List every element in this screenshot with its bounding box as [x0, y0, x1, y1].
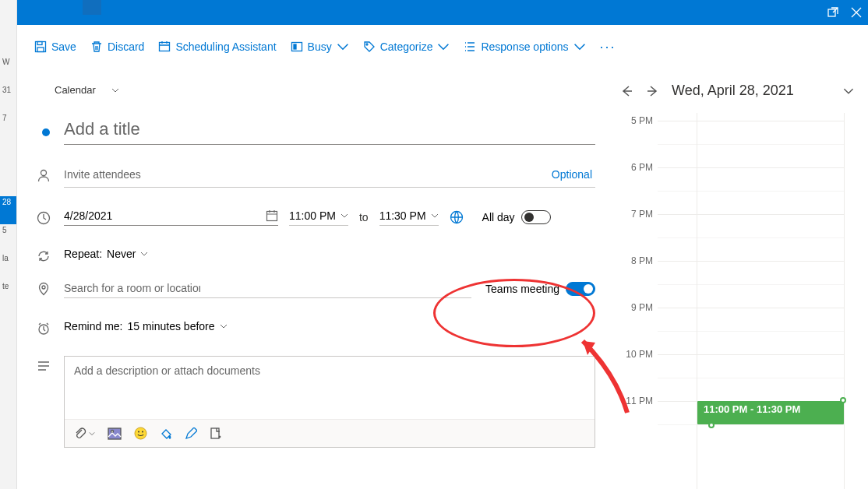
remind-value: 15 minutes before [127, 320, 214, 332]
description-input[interactable] [65, 357, 595, 419]
repeat-dropdown[interactable]: Repeat: Never [64, 246, 595, 262]
format-painter-button[interactable] [160, 427, 172, 440]
clock-icon [37, 211, 51, 225]
day-timeline-panel: Wed, April 28, 2021 5 PM 6 PM 7 PM 8 PM … [619, 69, 868, 489]
hour-label: 9 PM [619, 302, 653, 313]
chevron-down-icon [89, 431, 95, 437]
svg-rect-10 [267, 212, 277, 221]
end-time-value: 11:30 PM [379, 209, 426, 222]
svg-rect-0 [828, 9, 835, 16]
list-icon [464, 40, 476, 53]
image-icon [108, 427, 122, 440]
scheduling-label: Scheduling Assistant [175, 40, 276, 53]
timeline-grid[interactable]: 5 PM 6 PM 7 PM 8 PM 9 PM 10 PM 11 PM 11:… [619, 113, 854, 489]
chevron-down-icon [431, 212, 439, 220]
allday-toggle[interactable] [521, 210, 551, 224]
next-day-button[interactable] [645, 83, 661, 99]
chevron-down-icon [437, 40, 450, 53]
svg-rect-3 [37, 47, 44, 52]
chevron-down-icon [340, 212, 348, 220]
date-value: 4/28/2021 [64, 209, 112, 222]
discard-button[interactable]: Discard [90, 40, 144, 53]
signature-button[interactable] [185, 427, 197, 440]
calendar-picker[interactable]: Calendar [36, 83, 595, 118]
more-actions-button[interactable]: ··· [600, 39, 616, 55]
close-icon[interactable] [845, 0, 868, 25]
allday-label: All day [482, 211, 515, 223]
person-icon [37, 168, 51, 182]
event-block[interactable]: 11:00 PM - 11:30 PM [697, 401, 844, 424]
partial-calendar-strip: W317285late [0, 0, 17, 489]
svg-rect-19 [211, 428, 219, 438]
scheduling-assistant-button[interactable]: Scheduling Assistant [158, 40, 276, 53]
response-options-dropdown[interactable]: Response options [464, 40, 585, 53]
start-time-value: 11:00 PM [289, 209, 336, 222]
timezone-icon[interactable] [450, 210, 464, 224]
chevron-down-icon[interactable] [843, 86, 854, 97]
discard-label: Discard [108, 40, 144, 53]
hour-label: 7 PM [619, 209, 653, 220]
hour-label: 11 PM [619, 396, 653, 406]
busy-label: Busy [308, 40, 332, 53]
svg-point-16 [135, 427, 146, 439]
optional-attendees-button[interactable]: Optional [549, 168, 595, 181]
busy-dropdown[interactable]: Busy [291, 40, 349, 53]
popout-icon[interactable] [821, 0, 845, 25]
hour-label: 6 PM [619, 162, 653, 173]
description-icon [37, 359, 51, 373]
tag-icon [363, 40, 376, 53]
teams-meeting-toggle[interactable] [566, 282, 595, 296]
event-time-label: 11:00 PM - 11:30 PM [704, 403, 800, 415]
date-picker[interactable]: 4/28/2021 [64, 208, 278, 226]
resize-handle-bottom[interactable] [708, 422, 715, 428]
trash-icon [90, 40, 103, 53]
template-icon [210, 427, 222, 440]
window-titlebar [17, 0, 868, 25]
categorize-dropdown[interactable]: Categorize [363, 40, 450, 53]
attach-button[interactable] [74, 427, 95, 440]
schedule-icon [158, 40, 171, 53]
event-form: Calendar Optional [17, 69, 619, 489]
insert-template-button[interactable] [210, 427, 222, 440]
start-time-picker[interactable]: 11:00 PM [289, 208, 348, 226]
chevron-down-icon [573, 40, 586, 53]
hour-label: 10 PM [619, 349, 653, 360]
emoji-button[interactable] [134, 427, 147, 440]
calendar-icon [266, 209, 278, 222]
save-icon [34, 40, 47, 53]
hour-label: 5 PM [619, 115, 653, 126]
svg-rect-2 [37, 42, 42, 45]
repeat-icon [37, 249, 51, 263]
svg-rect-6 [294, 44, 296, 49]
paperclip-icon [74, 427, 86, 440]
attendees-input[interactable] [64, 165, 549, 184]
chevron-down-icon [140, 250, 148, 258]
titlebar-tab [83, 0, 101, 15]
busy-icon [291, 40, 303, 53]
svg-rect-4 [160, 43, 170, 51]
description-toolbar [65, 419, 595, 447]
categorize-label: Categorize [380, 40, 433, 53]
title-input[interactable] [64, 118, 595, 145]
reminder-dropdown[interactable]: Remind me: 15 minutes before [64, 318, 595, 334]
save-button[interactable]: Save [34, 40, 76, 53]
location-input[interactable] [64, 279, 200, 297]
insert-image-button[interactable] [108, 427, 122, 440]
command-toolbar: Save Discard Scheduling Assistant Busy C… [17, 25, 868, 69]
timeline-date-label: Wed, April 28, 2021 [672, 83, 832, 99]
resize-handle-top[interactable] [840, 397, 846, 403]
response-label: Response options [481, 40, 568, 53]
bucket-icon [160, 427, 172, 440]
svg-point-7 [366, 44, 368, 45]
pen-icon [185, 427, 197, 440]
prev-day-button[interactable] [619, 83, 634, 99]
svg-point-18 [142, 431, 143, 433]
location-icon [37, 282, 51, 296]
svg-point-12 [42, 286, 45, 289]
repeat-label: Repeat: [64, 248, 102, 260]
save-label: Save [51, 40, 76, 53]
more-label: ··· [600, 39, 616, 55]
end-time-picker[interactable]: 11:30 PM [379, 208, 439, 226]
calendar-picker-label: Calendar [55, 84, 96, 96]
svg-point-15 [111, 430, 114, 432]
